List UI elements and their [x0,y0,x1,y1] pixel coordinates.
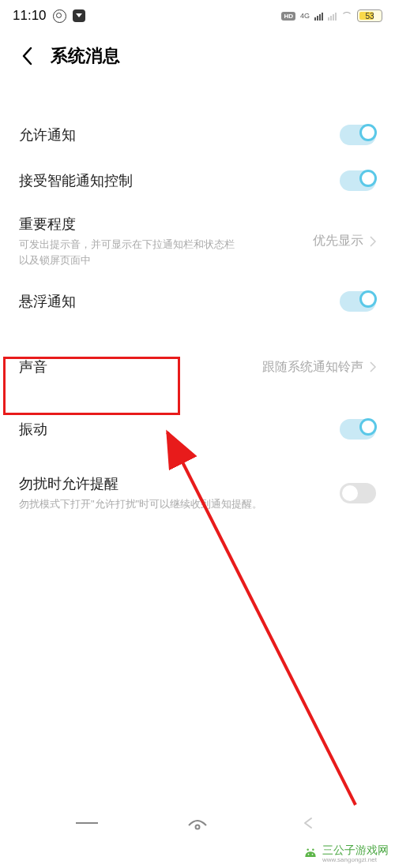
svg-point-4 [312,849,314,851]
chevron-right-icon [370,361,376,372]
settings-list: 允许通知 接受智能通知控制 重要程度 可发出提示音，并可显示在下拉通知栏和状态栏… [0,80,395,523]
page-title: 系统消息 [51,44,120,68]
allow-notification-toggle[interactable] [340,125,376,145]
importance-item[interactable]: 重要程度 可发出提示音，并可显示在下拉通知栏和状态栏以及锁屏页面中 优先显示 [0,204,395,279]
recent-apps-button[interactable] [76,814,98,832]
dnd-label: 勿扰时允许提醒 [19,474,340,493]
importance-desc: 可发出提示音，并可显示在下拉通知栏和状态栏以及锁屏页面中 [19,237,240,268]
floating-notification-toggle[interactable] [340,291,376,312]
chevron-left-icon [21,47,32,65]
svg-point-5 [308,854,310,855]
smart-control-label: 接受智能通知控制 [19,171,340,190]
floating-notification-item[interactable]: 悬浮通知 [0,279,395,324]
vibration-label: 振动 [19,420,340,439]
watermark-text: 三公子游戏网 [322,844,389,856]
status-left: 11:10 [13,8,85,24]
dnd-toggle[interactable] [340,483,376,503]
dnd-item[interactable]: 勿扰时允许提醒 勿扰模式下打开"允许打扰"时可以继续收到通知提醒。 [0,463,395,523]
dnd-desc: 勿扰模式下打开"允许打扰"时可以继续收到通知提醒。 [19,496,288,512]
status-time: 11:10 [13,8,47,24]
signal-icon-2 [328,11,337,21]
watermark-logo-icon [303,847,318,859]
app-icon [73,9,85,22]
sound-value: 跟随系统通知铃声 [262,359,363,376]
vibration-item[interactable]: 振动 [0,406,395,452]
watermark-url: www.sangongzi.net [322,856,389,863]
smart-control-toggle[interactable] [340,170,376,191]
floating-notification-label: 悬浮通知 [19,292,340,311]
signal-icon [314,11,323,21]
svg-point-6 [312,854,314,855]
sound-item[interactable]: 声音 跟随系统通知铃声 [0,340,395,394]
back-button[interactable] [16,45,38,67]
back-nav-button[interactable] [297,814,319,832]
hd-badge-icon: HD [281,12,295,21]
allow-notification-item[interactable]: 允许通知 [0,112,395,158]
navigation-bar [0,806,395,840]
status-right: HD 4G 53 [281,9,382,22]
chevron-right-icon [370,236,376,247]
battery-level: 53 [359,12,380,21]
vibration-toggle[interactable] [340,419,376,440]
home-button[interactable] [186,814,209,832]
quark-icon [53,9,66,23]
importance-label: 重要程度 [19,215,313,234]
sound-label: 声音 [19,357,262,376]
svg-point-3 [307,849,309,851]
status-bar: 11:10 HD 4G 53 [0,0,395,28]
battery-icon: 53 [357,9,382,22]
importance-value: 优先显示 [313,233,363,249]
allow-notification-label: 允许通知 [19,125,340,144]
network-type: 4G [300,12,310,20]
smart-control-item[interactable]: 接受智能通知控制 [0,158,395,204]
header: 系统消息 [0,28,395,80]
watermark: 三公子游戏网 www.sangongzi.net [303,843,389,863]
svg-point-2 [196,825,200,829]
wifi-icon [341,12,352,20]
